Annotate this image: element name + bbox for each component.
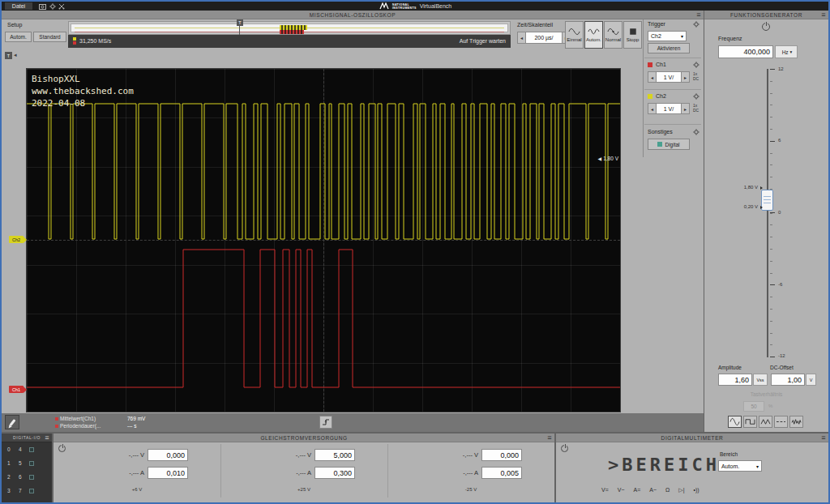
ch2-scale-increase-icon[interactable]: ▸ <box>681 103 690 114</box>
digital-button[interactable]: Digital <box>648 139 690 150</box>
mode-diode-button[interactable]: ▷| <box>678 487 684 493</box>
left-triangle-icon: ◀ <box>598 156 602 161</box>
ch1-color-swatch <box>73 41 76 45</box>
ch1-trace <box>27 250 620 387</box>
ch2-scale-stepper[interactable]: ◂ 1 V/ ▸ <box>648 103 690 114</box>
mode-adc-button[interactable]: A= <box>634 487 641 493</box>
slider-handle[interactable] <box>761 190 773 211</box>
dmm-menu-icon[interactable]: ≡ <box>821 434 826 442</box>
edit-measurements-button[interactable] <box>5 415 19 429</box>
waveform-square-button[interactable] <box>743 416 757 428</box>
preview-track[interactable]: T <box>68 21 511 35</box>
waveform-sine-button[interactable] <box>728 416 742 428</box>
psu-current-input[interactable]: 0,005 <box>481 467 522 479</box>
sample-rate: 31,250 MS/s <box>79 38 111 44</box>
file-menu[interactable]: Datei <box>5 2 32 10</box>
trigger-gear-icon[interactable] <box>693 21 700 28</box>
dc-offset-input[interactable]: 1,00 <box>771 374 805 386</box>
settings-gear-icon[interactable] <box>49 3 56 10</box>
single-sine-icon <box>568 28 580 36</box>
lower-level-arrow-icon <box>760 206 763 209</box>
scale-label-neg12: -12 <box>778 353 785 358</box>
stop-square-icon <box>627 28 639 36</box>
run-stop-button[interactable]: Stopp <box>623 21 642 49</box>
fgen-power-button[interactable] <box>762 23 770 31</box>
acquisition-statusbar: 31,250 MS/s Auf Trigger warten <box>68 35 511 48</box>
dio-line-indicator[interactable] <box>29 461 34 466</box>
scope-menu-icon[interactable]: ≡ <box>696 11 701 19</box>
range-dropdown[interactable]: Autom. ▾ <box>718 460 762 472</box>
fgen-menu-icon[interactable]: ≡ <box>821 11 826 19</box>
psu-voltage-input[interactable]: 0,000 <box>148 449 188 461</box>
ch1-scale-decrease-icon[interactable]: ◂ <box>648 71 657 83</box>
power-supply-panel: GLEICHSTROMVERSORGUNG ≡ -,--- V 0,000 -,… <box>53 434 554 502</box>
scale-label-neg6: -6 <box>778 282 782 287</box>
scope-header: MISCHSIGNAL-OSZILLOSKOP ≡ <box>2 11 704 19</box>
ch2-label: Ch2 <box>656 93 666 99</box>
oscilloscope-panel: MISCHSIGNAL-OSZILLOSKOP ≡ Setup Autom. S… <box>2 11 704 432</box>
trigger-level-marker[interactable]: ◀ 1,80 V <box>598 156 618 161</box>
waveform-dc-button[interactable] <box>774 416 788 428</box>
run-normal-button[interactable]: Normal <box>604 21 622 49</box>
psu-channel-neg25v: -,--- V 0,000 -,--- A 0,005 -25 V <box>387 442 554 502</box>
ch1-coupling: DC <box>693 76 699 81</box>
scope-screen[interactable]: BishopXXL www.thebackshed.com 2022-04-08… <box>27 69 620 412</box>
ch1-position-marker[interactable]: Ch1 <box>9 386 24 393</box>
timebase-stepper[interactable]: ◂ 200 µs/ ▸ <box>517 32 571 44</box>
ch1-scale-increase-icon[interactable]: ▸ <box>681 71 690 83</box>
trigger-source-dropdown[interactable]: Ch2 ▾ <box>648 31 687 41</box>
psu-current-input[interactable]: 0,010 <box>148 467 188 479</box>
trigger-column-divider <box>643 19 644 157</box>
waveform-noise-button[interactable] <box>789 416 803 428</box>
waveform-triangle-button[interactable] <box>759 416 772 428</box>
ch2-position-marker[interactable]: Ch2 <box>9 236 24 243</box>
dio-line-indicator[interactable] <box>29 489 34 493</box>
psu-menu-icon[interactable]: ≡ <box>547 434 552 442</box>
trigger-position-indicator[interactable]: T <box>5 52 12 59</box>
mode-aac-button[interactable]: A~ <box>649 487 657 493</box>
mode-vdc-button[interactable]: V= <box>601 487 609 493</box>
meas2-name: Periodendauer(... <box>60 423 101 429</box>
amplitude-input[interactable]: 1,60 <box>718 374 752 386</box>
psu-title: GLEICHSTROMVERSORGUNG <box>260 435 347 441</box>
scissors-icon[interactable] <box>58 3 65 10</box>
mode-continuity-button[interactable]: •)) <box>694 487 700 493</box>
ch2-scale-decrease-icon[interactable]: ◂ <box>648 103 657 114</box>
run-auto-button[interactable]: Autom. <box>584 21 603 49</box>
psu-current-input[interactable]: 0,300 <box>314 467 355 479</box>
duty-cycle-unit: % <box>768 404 772 408</box>
mode-resistance-button[interactable]: Ω <box>665 487 670 493</box>
trigger-slope-button[interactable] <box>319 416 332 429</box>
mode-vac-button[interactable]: V~ <box>618 487 625 493</box>
frequency-label: Frequenz <box>718 36 742 41</box>
run-once-button[interactable]: Einmal <box>565 21 584 49</box>
level-slider[interactable]: 12 6 0 -6 -12 1,80 V 0,20 V <box>704 69 828 357</box>
dio-line-indicator[interactable] <box>29 475 34 480</box>
dmm-power-button[interactable] <box>561 445 568 452</box>
dio-menu-icon[interactable]: ≡ <box>45 434 49 442</box>
misc-gear-icon[interactable] <box>693 129 700 135</box>
arrow-left-icon[interactable]: ◂ <box>14 52 17 58</box>
psu-voltage-input[interactable]: 5,000 <box>314 449 355 461</box>
ch2-color-swatch <box>73 37 76 41</box>
dmm-header: DIGITALMULTIMETER ≡ <box>556 434 828 442</box>
frequency-unit-dropdown[interactable]: Hz ▾ <box>775 45 798 58</box>
dio-line-indicator[interactable] <box>29 447 34 452</box>
ch2-gear-icon[interactable] <box>693 93 700 100</box>
ch1-gear-icon[interactable] <box>693 62 700 68</box>
timebase-decrease-icon[interactable]: ◂ <box>517 32 526 44</box>
trigger-enable-button[interactable]: Aktivieren <box>648 43 690 53</box>
dc-offset-unit: V <box>806 374 816 386</box>
frequency-input[interactable]: 400,000 <box>718 45 773 58</box>
ch2-color-square <box>648 94 652 99</box>
ch1-scale-stepper[interactable]: ◂ 1 V/ ▸ <box>648 71 690 83</box>
psu-channel-name: +6 V <box>53 487 220 492</box>
psu-channel-25v: -,--- V 5,000 -,--- A 0,300 +25 V <box>220 442 387 502</box>
psu-voltage-input[interactable]: 0,000 <box>481 449 522 461</box>
acquisition-preview[interactable]: T 31,250 MS/s Auf Trigger warten <box>68 21 511 48</box>
setup-auto-button[interactable]: Autom. <box>5 32 32 42</box>
preview-trigger-flag[interactable]: T <box>237 19 243 26</box>
screenshot-icon[interactable] <box>39 3 46 10</box>
waveform-type-row <box>728 416 803 428</box>
setup-standard-button[interactable]: Standard <box>33 32 66 42</box>
